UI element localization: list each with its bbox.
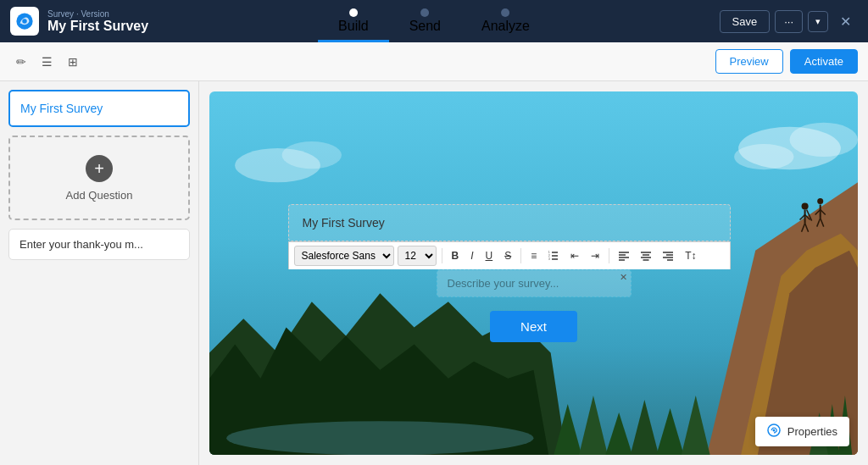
nav-build[interactable]: Build xyxy=(318,0,389,42)
header-nav: Build Send Analyze xyxy=(318,0,550,42)
header-left: Survey · Version My First Survey xyxy=(10,7,148,36)
header-title: My First Survey xyxy=(47,19,148,34)
strikethrough-button[interactable]: S xyxy=(500,246,515,265)
toolbar: ✏ ☰ ⊞ Preview Activate xyxy=(0,42,868,81)
more-button[interactable]: ··· xyxy=(775,10,803,33)
header: Survey · Version My First Survey Build S… xyxy=(0,0,868,42)
save-button[interactable]: Save xyxy=(720,10,771,33)
list-view-button[interactable]: ☰ xyxy=(36,52,58,72)
nav-analyze[interactable]: Analyze xyxy=(461,0,550,42)
align-right-button[interactable] xyxy=(659,246,677,265)
nav-dot-analyze xyxy=(501,8,509,17)
svg-text:3: 3 xyxy=(548,257,550,261)
properties-bar[interactable]: Properties xyxy=(755,417,849,446)
nav-dot-build xyxy=(349,8,358,17)
nav-send[interactable]: Send xyxy=(389,0,461,42)
toolbar-left: ✏ ☰ ⊞ xyxy=(10,52,84,72)
close-button[interactable]: ✕ xyxy=(833,9,858,34)
grid-view-button[interactable]: ⊞ xyxy=(62,52,84,72)
survey-canvas: My First Survey Salesforce Sans 12 B I xyxy=(209,91,858,455)
survey-description-box[interactable]: Describe your survey... ✕ xyxy=(437,269,632,297)
pencil-button[interactable]: ✏ xyxy=(10,52,32,72)
nav-dot-send xyxy=(420,8,429,17)
list-icon: ☰ xyxy=(42,55,53,69)
header-subtitle: Survey · Version xyxy=(47,9,148,19)
canvas-area: My First Survey Salesforce Sans 12 B I xyxy=(199,81,868,465)
header-title-group: Survey · Version My First Survey xyxy=(47,9,148,34)
font-size-select[interactable]: 12 xyxy=(398,246,437,266)
desc-close-icon[interactable]: ✕ xyxy=(620,272,627,283)
nav-build-label: Build xyxy=(338,19,369,34)
rich-text-toolbar: Salesforce Sans 12 B I U S ≡ 123 xyxy=(288,241,731,269)
pencil-icon: ✏ xyxy=(16,55,26,69)
toolbar-right: Preview Activate xyxy=(715,49,859,74)
ordered-list-button[interactable]: 123 xyxy=(544,246,563,265)
app-logo xyxy=(10,7,39,36)
desc-box-wrapper: Describe your survey... ✕ xyxy=(437,269,632,297)
add-question-label: Add Question xyxy=(66,189,133,202)
toolbar-divider-3 xyxy=(609,248,609,263)
bold-button[interactable]: B xyxy=(448,246,464,265)
nav-analyze-label: Analyze xyxy=(481,19,530,34)
sidebar-survey-item[interactable]: My First Survey xyxy=(8,90,190,127)
desc-placeholder: Describe your survey... xyxy=(448,277,559,290)
survey-title-text: My First Survey xyxy=(303,216,385,230)
font-family-select[interactable]: Salesforce Sans xyxy=(294,246,394,266)
align-center-button[interactable] xyxy=(637,246,655,265)
add-question-icon: + xyxy=(86,155,113,182)
special-button[interactable]: T↕ xyxy=(681,246,700,265)
toolbar-divider-2 xyxy=(520,248,521,263)
svg-point-54 xyxy=(772,429,775,432)
next-button[interactable]: Next xyxy=(490,311,577,342)
survey-title-container: My First Survey Salesforce Sans 12 B I xyxy=(288,204,780,342)
sidebar: My First Survey + Add Question Enter you… xyxy=(0,81,199,465)
properties-icon xyxy=(767,423,781,440)
dropdown-button[interactable]: ▾ xyxy=(808,11,828,32)
survey-title-box[interactable]: My First Survey xyxy=(288,204,731,241)
preview-button[interactable]: Preview xyxy=(715,49,783,74)
underline-button[interactable]: U xyxy=(481,246,498,265)
properties-label: Properties xyxy=(787,425,837,438)
grid-icon: ⊞ xyxy=(68,55,78,69)
italic-button[interactable]: I xyxy=(466,246,477,265)
sidebar-thankyou-item[interactable]: Enter your thank-you m... xyxy=(8,229,190,260)
svg-point-1 xyxy=(22,19,27,24)
canvas-content: My First Survey Salesforce Sans 12 B I xyxy=(209,91,858,455)
decrease-indent-button[interactable]: ⇤ xyxy=(566,246,583,265)
nav-send-label: Send xyxy=(409,19,441,34)
unordered-list-button[interactable]: ≡ xyxy=(526,246,541,265)
desc-next-group: Describe your survey... ✕ Next xyxy=(288,269,780,342)
increase-indent-button[interactable]: ⇥ xyxy=(587,246,604,265)
main: My First Survey + Add Question Enter you… xyxy=(0,81,868,465)
toolbar-divider-1 xyxy=(442,248,442,263)
activate-button[interactable]: Activate xyxy=(790,49,858,74)
add-question-button[interactable]: + Add Question xyxy=(8,136,190,220)
header-right: Save ··· ▾ ✕ xyxy=(720,9,858,34)
align-left-button[interactable] xyxy=(615,246,633,265)
